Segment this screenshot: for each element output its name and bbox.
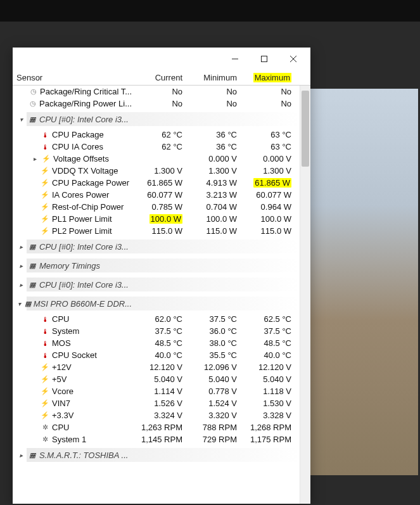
- fan-icon: [41, 435, 49, 444]
- clock-icon: [29, 87, 37, 96]
- sensor-row[interactable]: CPU Package62 °C36 °C63 °C: [13, 129, 300, 141]
- value-min: 3.213 W: [186, 190, 241, 200]
- chip-icon: [28, 261, 37, 270]
- sensor-window: Sensor Current Minimum Maximum Package/R…: [13, 48, 310, 504]
- group-label: CPU [#0]: Intel Core i3...: [39, 242, 129, 252]
- chip-icon: [28, 115, 37, 124]
- value-max: 0.964 W: [241, 202, 295, 212]
- value-min: 4.913 W: [186, 178, 241, 188]
- sensor-cell: CPU: [13, 314, 132, 324]
- value-cur: 37.5 °C: [132, 326, 186, 336]
- bolt-icon: [41, 387, 49, 396]
- sensor-label: CPU: [52, 314, 69, 324]
- sensor-row[interactable]: CPU Socket40.0 °C35.5 °C40.0 °C: [13, 349, 300, 361]
- maximize-button[interactable]: [250, 49, 279, 68]
- thermo-icon: [41, 143, 49, 151]
- value-cur: 100.0 W: [132, 214, 186, 224]
- chevron-right-icon[interactable]: ▸: [30, 155, 39, 162]
- sensor-row[interactable]: CPU62.0 °C37.5 °C62.5 °C: [13, 313, 300, 325]
- sensor-cell: +5V: [13, 374, 132, 384]
- sensor-group[interactable]: ▸CPU [#0]: Intel Core i3...: [13, 275, 300, 294]
- value-max: 12.120 V: [241, 362, 295, 372]
- value-min: 36.0 °C: [186, 326, 241, 336]
- group-label: S.M.A.R.T.: TOSHIBA ...: [39, 451, 128, 460]
- sensor-row[interactable]: +12V12.120 V12.096 V12.120 V: [13, 361, 300, 373]
- sensor-group[interactable]: ▸CPU [#0]: Intel Core i3...: [13, 237, 300, 256]
- sensor-row[interactable]: CPU IA Cores62 °C36 °C63 °C: [13, 141, 300, 153]
- value-min: 1.524 V: [186, 399, 241, 408]
- sensor-row[interactable]: +5V5.040 V5.040 V5.040 V: [13, 373, 300, 385]
- sensor-cell: IA Cores Power: [13, 190, 132, 200]
- sensor-group[interactable]: ▸Memory Timings: [13, 256, 300, 275]
- sensor-row[interactable]: CPU1,263 RPM788 RPM1,268 RPM: [13, 421, 300, 433]
- sensor-row[interactable]: VDDQ TX Voltage1.300 V1.300 V1.300 V: [13, 165, 300, 177]
- sensor-row[interactable]: System37.5 °C36.0 °C37.5 °C: [13, 325, 300, 337]
- sensor-cell: CPU Socket: [13, 350, 132, 360]
- value-min: 788 RPM: [186, 423, 241, 432]
- sensor-row[interactable]: Package/Ring Critical T...NoNoNo: [13, 86, 300, 98]
- chip-icon: [28, 451, 37, 459]
- value-cur: 1,263 RPM: [132, 423, 186, 432]
- sensor-group[interactable]: ▾CPU [#0]: Intel Core i3...: [13, 110, 300, 129]
- value-max: 1.530 V: [241, 399, 295, 408]
- sensor-row[interactable]: VIN71.526 V1.524 V1.530 V: [13, 397, 300, 409]
- col-header-minimum[interactable]: Minimum: [186, 73, 241, 82]
- sensor-label: VIN7: [52, 399, 70, 408]
- sensor-row[interactable]: Vcore1.114 V0.778 V1.118 V: [13, 385, 300, 397]
- sensor-group[interactable]: ▸S.M.A.R.T.: TOSHIBA ...: [13, 445, 300, 464]
- sensor-label: CPU Socket: [52, 350, 97, 360]
- value-cur: 62.0 °C: [132, 314, 186, 324]
- value-max: 1.118 V: [241, 387, 295, 396]
- chip-icon: [28, 242, 37, 251]
- value-cur: 1.114 V: [132, 387, 186, 396]
- minimize-button[interactable]: [220, 49, 250, 68]
- value-min: 12.096 V: [186, 362, 241, 372]
- sensor-cell: +3.3V: [13, 411, 132, 420]
- sensor-row[interactable]: System 11,145 RPM729 RPM1,175 RPM: [13, 433, 300, 445]
- col-header-maximum[interactable]: Maximum: [241, 73, 295, 82]
- bolt-icon: [41, 411, 49, 420]
- chevron-right-icon[interactable]: ▸: [16, 243, 25, 250]
- chevron-right-icon[interactable]: ▸: [16, 262, 25, 269]
- value-cur: No: [132, 87, 186, 96]
- chevron-down-icon[interactable]: ▾: [16, 300, 22, 307]
- thermo-icon: [41, 315, 49, 324]
- bolt-icon: [42, 155, 51, 163]
- value-max: 63 °C: [241, 142, 295, 151]
- sensor-label: System: [52, 326, 79, 336]
- sensor-row[interactable]: Package/Ring Power Li...NoNoNo: [13, 98, 300, 110]
- value-cur: 12.120 V: [132, 362, 186, 372]
- group-cell: ▾CPU [#0]: Intel Core i3...: [13, 115, 132, 124]
- sensor-row[interactable]: Rest-of-Chip Power0.785 W0.704 W0.964 W: [13, 201, 300, 213]
- value-max: 115.0 W: [241, 226, 295, 236]
- value-max: 1,268 RPM: [241, 423, 295, 432]
- sensor-label: Package/Ring Critical T...: [40, 87, 132, 96]
- scrollbar[interactable]: [300, 86, 310, 504]
- sensor-cell: VIN7: [13, 399, 132, 408]
- value-cur: 60.077 W: [132, 190, 186, 200]
- group-label: Memory Timings: [39, 261, 100, 271]
- chip-icon: [28, 280, 37, 289]
- scrollbar-thumb[interactable]: [302, 91, 309, 167]
- sensor-group[interactable]: ▾MSI PRO B660M-E DDR...: [13, 294, 300, 313]
- group-cell: ▸S.M.A.R.T.: TOSHIBA ...: [13, 451, 132, 460]
- sensor-row[interactable]: CPU Package Power61.865 W4.913 W61.865 W: [13, 177, 300, 189]
- sensor-row[interactable]: +3.3V3.324 V3.320 V3.328 V: [13, 409, 300, 421]
- sensor-row[interactable]: PL2 Power Limit115.0 W115.0 W115.0 W: [13, 225, 300, 237]
- value-cur: 1.526 V: [132, 399, 186, 408]
- sensor-label: Rest-of-Chip Power: [52, 202, 124, 212]
- sensor-cell: CPU Package Power: [13, 178, 132, 188]
- sensor-cell: VDDQ TX Voltage: [13, 166, 132, 176]
- thermo-icon: [41, 351, 49, 360]
- sensor-row[interactable]: MOS48.5 °C38.0 °C48.5 °C: [13, 337, 300, 349]
- chevron-right-icon[interactable]: ▸: [16, 452, 25, 459]
- sensor-row[interactable]: ▸Voltage Offsets0.000 V0.000 V: [13, 153, 300, 165]
- sensor-row[interactable]: IA Cores Power60.077 W3.213 W60.077 W: [13, 189, 300, 201]
- chevron-right-icon[interactable]: ▸: [16, 281, 25, 288]
- col-header-sensor[interactable]: Sensor: [13, 73, 132, 82]
- col-header-current[interactable]: Current: [132, 73, 186, 82]
- sensor-row[interactable]: PL1 Power Limit100.0 W100.0 W100.0 W: [13, 213, 300, 225]
- chevron-down-icon[interactable]: ▾: [16, 116, 25, 123]
- sensor-label: +5V: [52, 374, 67, 384]
- close-button[interactable]: [279, 49, 308, 68]
